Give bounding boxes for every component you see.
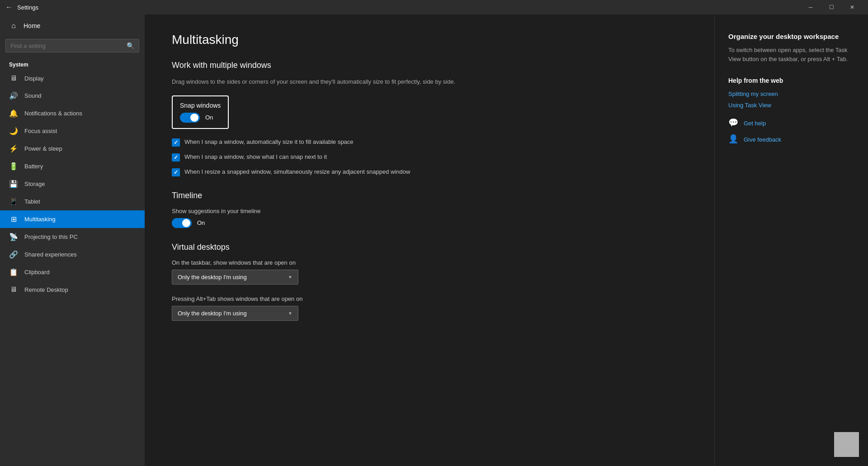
focus-icon: 🌙 [9,127,18,135]
sidebar-item-label: Battery [24,163,43,170]
projecting-icon: 📡 [9,233,18,241]
home-icon: ⌂ [9,22,18,30]
section1-title: Work with multiple windows [172,61,687,70]
organize-text: To switch between open apps, select the … [728,46,854,63]
checkbox-3-label: When I resize a snapped window, simultan… [184,168,410,176]
sound-icon: 🔊 [9,91,18,100]
home-label: Home [24,22,40,29]
battery-icon: 🔋 [9,162,18,171]
remote-icon: 🖥 [9,285,18,294]
sidebar-item-label: Shared experiences [24,251,77,258]
give-feedback-label: Give feedback [744,136,781,143]
checkbox-1-box[interactable]: ✓ [172,138,180,147]
sidebar-item-label: Multitasking [24,216,56,223]
snap-toggle[interactable] [180,113,200,123]
search-input[interactable] [10,43,123,49]
checkbox-1-check: ✓ [174,139,178,146]
sidebar-item-notifications[interactable]: 🔔 Notifications & actions [0,105,145,122]
back-button[interactable]: ← [5,3,13,11]
search-icon[interactable]: 🔍 [127,42,134,49]
search-box[interactable]: 🔍 [5,39,139,52]
section1-desc: Drag windows to the sides or corners of … [172,77,687,86]
right-panel: Organize your desktop workspace To switc… [714,14,868,466]
organize-title: Organize your desktop workspace [728,33,854,40]
taskbar-dropdown-arrow: ▼ [288,275,292,280]
clipboard-icon: 📋 [9,268,18,276]
window-controls: ─ ☐ ✕ [800,0,863,14]
snap-toggle-knob [190,114,198,122]
checkbox-3-check: ✓ [174,169,178,176]
sidebar-item-clipboard[interactable]: 📋 Clipboard [0,263,145,281]
sidebar-item-label: Clipboard [24,269,50,276]
sidebar: ⌂ Home 🔍 System 🖥 Display 🔊 Sound 🔔 Noti… [0,14,145,466]
give-feedback-action[interactable]: 👤 Give feedback [728,134,854,145]
scroll-indicator [834,432,859,457]
sidebar-item-battery[interactable]: 🔋 Battery [0,157,145,175]
timeline-toggle-knob [182,219,190,227]
alttab-dropdown-value: Only the desktop I'm using [178,310,247,317]
checkbox-1[interactable]: ✓ When I snap a window, automatically si… [172,138,687,147]
checkbox-3[interactable]: ✓ When I resize a snapped window, simult… [172,168,687,176]
alttab-label: Pressing Alt+Tab shows windows that are … [172,295,687,302]
give-feedback-icon: 👤 [728,134,739,145]
help-section-title: Help from the web [728,77,854,84]
sidebar-item-shared[interactable]: 🔗 Shared experiences [0,246,145,263]
sidebar-item-tablet[interactable]: 📱 Tablet [0,193,145,210]
sidebar-item-label: Power & sleep [24,145,62,152]
taskbar-dropdown-value: Only the desktop I'm using [178,274,247,281]
maximize-button[interactable]: ☐ [821,0,842,14]
sidebar-item-label: Focus assist [24,128,57,134]
sidebar-item-label: Remote Desktop [24,286,68,293]
timeline-toggle[interactable] [172,218,192,228]
titlebar: ← Settings ─ ☐ ✕ [0,0,868,14]
sidebar-item-label: Notifications & actions [24,110,82,117]
snap-toggle-label: On [205,114,213,121]
sidebar-item-label: Display [24,75,44,82]
minimize-button[interactable]: ─ [800,0,821,14]
help-link-splitting[interactable]: Splitting my screen [728,90,854,97]
section2-title: Timeline [172,191,687,200]
app-title: Settings [17,4,800,11]
storage-icon: 💾 [9,180,18,188]
taskbar-dropdown[interactable]: Only the desktop I'm using ▼ [172,270,298,285]
snap-windows-box: Snap windows On [172,95,229,129]
sidebar-item-label: Projecting to this PC [24,233,78,240]
multitasking-icon: ⊞ [9,215,18,223]
sidebar-item-display[interactable]: 🖥 Display [0,70,145,87]
sidebar-item-label: Sound [24,92,42,99]
timeline-desc: Show suggestions in your timeline [172,208,687,214]
alttab-dropdown-arrow: ▼ [288,311,292,316]
taskbar-label: On the taskbar, show windows that are op… [172,259,687,266]
get-help-icon: 💬 [728,118,739,128]
home-nav-item[interactable]: ⌂ Home [0,14,145,37]
get-help-action[interactable]: 💬 Get help [728,118,854,128]
sidebar-item-power[interactable]: ⚡ Power & sleep [0,140,145,157]
sidebar-section-label: System [0,58,145,70]
alttab-dropdown[interactable]: Only the desktop I'm using ▼ [172,306,298,321]
checkbox-2[interactable]: ✓ When I snap a window, show what I can … [172,153,687,162]
close-button[interactable]: ✕ [842,0,863,14]
checkbox-3-box[interactable]: ✓ [172,168,180,176]
timeline-toggle-label: On [197,219,205,226]
sidebar-item-sound[interactable]: 🔊 Sound [0,87,145,105]
power-icon: ⚡ [9,144,18,153]
sidebar-item-projecting[interactable]: 📡 Projecting to this PC [0,228,145,246]
sidebar-item-focus[interactable]: 🌙 Focus assist [0,122,145,140]
sidebar-item-storage[interactable]: 💾 Storage [0,175,145,193]
sidebar-item-label: Storage [24,181,45,187]
checkbox-2-box[interactable]: ✓ [172,153,180,162]
sidebar-item-multitasking[interactable]: ⊞ Multitasking [0,210,145,228]
sidebar-item-remote[interactable]: 🖥 Remote Desktop [0,281,145,298]
checkbox-2-check: ✓ [174,154,178,161]
snap-toggle-row: On [180,113,221,123]
tablet-icon: 📱 [9,197,18,206]
page-title: Multitasking [172,33,687,47]
help-link-taskview[interactable]: Using Task View [728,102,854,109]
checkbox-2-label: When I snap a window, show what I can sn… [184,153,327,161]
shared-icon: 🔗 [9,250,18,259]
sidebar-item-label: Tablet [24,198,40,205]
get-help-label: Get help [744,120,766,127]
timeline-toggle-row: On [172,218,687,228]
section3-title: Virtual desktops [172,243,687,252]
main-content: Multitasking Work with multiple windows … [145,14,714,466]
